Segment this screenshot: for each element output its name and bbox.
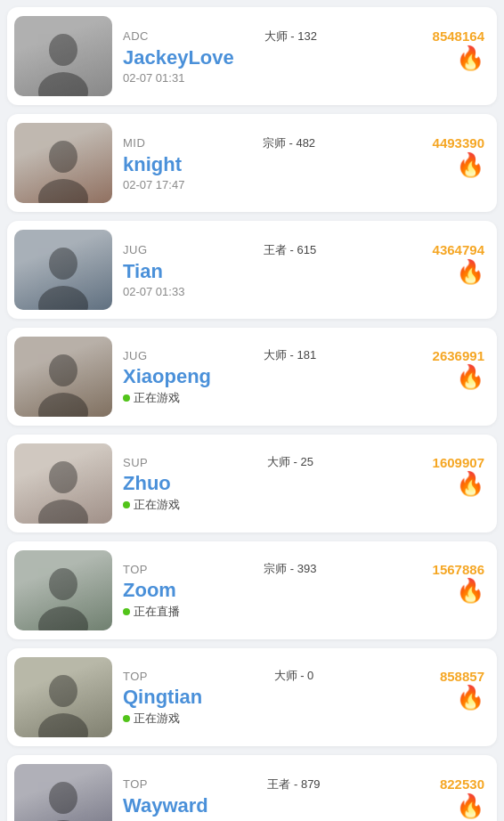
status-row-zoom: 正在直播 [123, 604, 484, 620]
player-name-qingtian[interactable]: Qingtian [123, 686, 202, 709]
status-row-xiaopeng: 正在游戏 [123, 390, 484, 406]
status-row-qingtian: 正在游戏 [123, 711, 484, 727]
svg-point-1 [38, 72, 88, 96]
player-card-xiaopeng[interactable]: JUG大师 - 1812636991Xiaopeng🔥正在游戏 [7, 328, 497, 426]
fire-icon-knight: 🔥 [456, 153, 484, 176]
status-badge-xiaopeng: 正在游戏 [123, 390, 180, 406]
avatar-xiaopeng [14, 337, 112, 417]
status-text-zoom: 正在直播 [134, 604, 180, 620]
status-row-tian: 02-07 01:33 [123, 285, 484, 298]
role-label-jackeylove: ADC [123, 29, 149, 43]
card-body-wayward: TOP王者 - 879822530Wayward🔥02-07 17:23 [123, 776, 484, 822]
time-info-jackeylove: 02-07 01:31 [123, 71, 184, 85]
status-dot-zhuo [123, 501, 130, 508]
player-card-qingtian[interactable]: TOP大师 - 0858857Qingtian🔥正在游戏 [7, 648, 497, 746]
player-name-xiaopeng[interactable]: Xiaopeng [123, 365, 211, 388]
fire-icon-xiaopeng: 🔥 [456, 365, 484, 388]
rank-info-xiaopeng: 大师 - 181 [264, 347, 316, 363]
rank-info-zhuo: 大师 - 25 [267, 454, 313, 470]
avatar-qingtian [14, 657, 112, 737]
player-list: ADC大师 - 1328548164JackeyLove🔥02-07 01:31… [7, 7, 497, 821]
player-card-knight[interactable]: MID宗师 - 4824493390knight🔥02-07 17:47 [7, 114, 497, 212]
card-body-jackeylove: ADC大师 - 1328548164JackeyLove🔥02-07 01:31 [123, 28, 484, 85]
role-label-zoom: TOP [123, 563, 148, 576]
status-row-knight: 02-07 17:47 [123, 178, 484, 191]
player-name-knight[interactable]: knight [123, 153, 182, 176]
role-label-qingtian: TOP [123, 670, 148, 683]
svg-point-5 [38, 286, 88, 310]
role-label-wayward: TOP [123, 777, 148, 791]
svg-point-2 [49, 141, 77, 173]
avatar-wayward [14, 764, 112, 821]
status-row-zhuo: 正在游戏 [123, 497, 484, 513]
player-card-zoom[interactable]: TOP宗师 - 3931567886Zoom🔥正在直播 [7, 541, 497, 639]
svg-point-0 [49, 34, 77, 66]
player-name-wayward[interactable]: Wayward [123, 794, 208, 817]
fire-icon-wayward: 🔥 [456, 794, 484, 817]
card-body-tian: JUG王者 - 6154364794Tian🔥02-07 01:33 [123, 242, 484, 298]
status-dot-xiaopeng [123, 394, 130, 402]
rank-info-wayward: 王者 - 879 [267, 776, 320, 793]
status-dot-qingtian [123, 715, 130, 722]
avatar-jackeylove [14, 16, 112, 96]
rank-info-knight: 宗师 - 482 [263, 135, 315, 151]
avatar-tian [14, 230, 112, 310]
status-text-zhuo: 正在游戏 [134, 497, 180, 513]
player-name-tian[interactable]: Tian [123, 260, 163, 283]
player-card-wayward[interactable]: TOP王者 - 879822530Wayward🔥02-07 17:23 [7, 755, 497, 821]
card-body-zoom: TOP宗师 - 3931567886Zoom🔥正在直播 [123, 561, 484, 620]
time-info-knight: 02-07 17:47 [123, 178, 184, 191]
rank-info-zoom: 宗师 - 393 [264, 561, 316, 577]
time-info-tian: 02-07 01:33 [123, 285, 184, 298]
svg-point-4 [49, 248, 77, 280]
fire-icon-tian: 🔥 [456, 260, 484, 283]
svg-point-8 [49, 461, 77, 493]
svg-point-10 [49, 568, 77, 600]
fire-icon-jackeylove: 🔥 [456, 46, 484, 69]
score-xiaopeng: 2636991 [433, 348, 484, 363]
fire-icon-zhuo: 🔥 [456, 472, 484, 495]
status-text-xiaopeng: 正在游戏 [134, 390, 180, 406]
svg-point-14 [49, 782, 77, 814]
svg-point-11 [38, 606, 88, 630]
status-badge-zhuo: 正在游戏 [123, 497, 180, 513]
role-label-zhuo: SUP [123, 456, 148, 469]
status-row-jackeylove: 02-07 01:31 [123, 71, 484, 85]
status-badge-zoom: 正在直播 [123, 604, 180, 620]
player-card-zhuo[interactable]: SUP大师 - 251609907Zhuo🔥正在游戏 [7, 435, 497, 532]
player-card-tian[interactable]: JUG王者 - 6154364794Tian🔥02-07 01:33 [7, 221, 497, 319]
avatar-knight [14, 123, 112, 203]
status-badge-qingtian: 正在游戏 [123, 711, 180, 727]
player-name-zoom[interactable]: Zoom [123, 579, 176, 602]
svg-point-9 [38, 500, 88, 524]
score-zhuo: 1609907 [433, 455, 484, 470]
fire-icon-qingtian: 🔥 [456, 686, 484, 709]
card-body-xiaopeng: JUG大师 - 1812636991Xiaopeng🔥正在游戏 [123, 347, 484, 406]
svg-point-6 [49, 354, 77, 386]
fire-icon-zoom: 🔥 [456, 579, 484, 602]
rank-info-qingtian: 大师 - 0 [274, 668, 314, 684]
player-name-jackeylove[interactable]: JackeyLove [123, 46, 234, 69]
role-label-tian: JUG [123, 243, 148, 256]
rank-info-tian: 王者 - 615 [264, 242, 316, 258]
svg-point-12 [49, 675, 77, 707]
score-wayward: 822530 [440, 776, 484, 792]
card-body-zhuo: SUP大师 - 251609907Zhuo🔥正在游戏 [123, 454, 484, 513]
score-jackeylove: 8548164 [433, 28, 484, 44]
svg-point-3 [38, 179, 88, 203]
status-text-qingtian: 正在游戏 [134, 711, 180, 727]
card-body-qingtian: TOP大师 - 0858857Qingtian🔥正在游戏 [123, 668, 484, 727]
avatar-zoom [14, 550, 112, 630]
role-label-xiaopeng: JUG [123, 349, 148, 362]
score-qingtian: 858857 [440, 669, 484, 684]
avatar-zhuo [14, 443, 112, 524]
score-zoom: 1567886 [433, 562, 484, 577]
svg-point-13 [38, 713, 88, 737]
score-knight: 4493390 [433, 135, 484, 150]
status-dot-zoom [123, 608, 130, 615]
svg-point-7 [38, 393, 88, 417]
role-label-knight: MID [123, 136, 145, 150]
player-name-zhuo[interactable]: Zhuo [123, 472, 171, 495]
player-card-jackeylove[interactable]: ADC大师 - 1328548164JackeyLove🔥02-07 01:31 [7, 7, 497, 105]
card-body-knight: MID宗师 - 4824493390knight🔥02-07 17:47 [123, 135, 484, 191]
